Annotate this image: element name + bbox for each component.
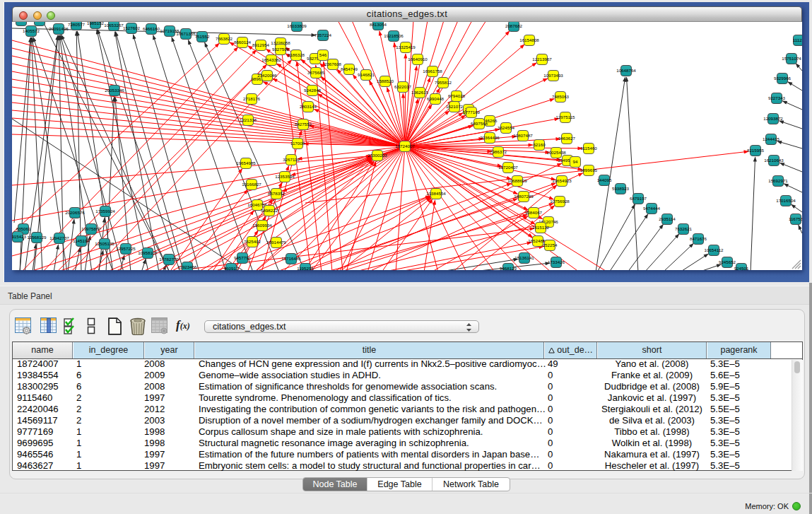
svg-text:7485063: 7485063 (552, 94, 570, 99)
svg-text:9463627: 9463627 (558, 136, 576, 141)
svg-text:116753: 116753 (789, 216, 802, 221)
svg-text:94: 94 (573, 159, 578, 164)
svg-text:5938923: 5938923 (612, 186, 630, 191)
svg-text:11123: 11123 (793, 37, 802, 42)
svg-text:10654112: 10654112 (704, 247, 724, 252)
svg-text:7625402: 7625402 (244, 239, 261, 244)
svg-text:9777169: 9777169 (463, 110, 481, 115)
svg-text:252254: 252254 (543, 243, 558, 247)
svg-text:9329966: 9329966 (774, 76, 792, 81)
svg-text:7955812: 7955812 (435, 80, 452, 85)
svg-text:19384554: 19384554 (426, 191, 446, 196)
svg-text:20206576: 20206576 (65, 210, 85, 215)
svg-text:6990448: 6990448 (427, 96, 445, 101)
svg-text:7632621: 7632621 (675, 226, 693, 231)
svg-text:12213967: 12213967 (532, 57, 552, 62)
svg-text:62160: 62160 (533, 142, 546, 147)
svg-text:18807249: 18807249 (514, 194, 534, 199)
svg-text:16210643: 16210643 (764, 158, 784, 163)
svg-text:19975867: 19975867 (81, 226, 101, 231)
svg-text:16671355: 16671355 (176, 31, 196, 36)
svg-text:11923466: 11923466 (177, 264, 197, 269)
svg-text:6879197: 6879197 (630, 196, 647, 201)
svg-text:8186328: 8186328 (288, 52, 305, 57)
svg-text:10807487: 10807487 (513, 133, 533, 138)
svg-text:16961758: 16961758 (423, 69, 442, 74)
svg-text:924501: 924501 (734, 266, 749, 270)
svg-text:23420046: 23420046 (257, 73, 277, 78)
svg-text:7357224: 7357224 (314, 33, 332, 37)
svg-text:8678352: 8678352 (268, 191, 286, 196)
svg-text:1733426: 1733426 (548, 259, 565, 264)
svg-text:2935114: 2935114 (659, 216, 676, 221)
svg-text:8427552: 8427552 (295, 122, 312, 127)
svg-text:17359924: 17359924 (95, 209, 115, 214)
svg-text:15692971: 15692971 (768, 178, 788, 183)
svg-text:1615132: 1615132 (532, 225, 550, 230)
svg-text:18724007: 18724007 (395, 144, 415, 148)
svg-text:19654985: 19654985 (236, 160, 256, 165)
svg-text:1405572: 1405572 (23, 28, 40, 33)
svg-text:117008: 117008 (290, 141, 305, 146)
svg-text:1985152: 1985152 (87, 22, 105, 25)
svg-text:23300203: 23300203 (367, 153, 387, 158)
svg-text:10648764: 10648764 (616, 68, 636, 73)
svg-text:835061: 835061 (16, 226, 31, 231)
svg-text:1621072: 1621072 (446, 104, 464, 109)
svg-text:16543382: 16543382 (261, 57, 281, 62)
svg-text:13325419: 13325419 (396, 45, 416, 49)
svg-text:8912954: 8912954 (252, 42, 270, 47)
svg-text:9146821: 9146821 (358, 72, 375, 77)
svg-text:1244415: 1244415 (763, 136, 780, 141)
svg-text:7280577: 7280577 (68, 22, 86, 27)
svg-text:9899695: 9899695 (580, 168, 598, 173)
svg-text:9327506: 9327506 (272, 47, 290, 52)
svg-text:12505135: 12505135 (95, 241, 114, 246)
svg-text:1195298: 1195298 (297, 266, 314, 270)
svg-text:8215955: 8215955 (747, 148, 765, 153)
svg-text:2367608: 2367608 (324, 62, 342, 66)
svg-text:1588520: 1588520 (377, 78, 394, 83)
svg-text:144095: 144095 (597, 177, 612, 182)
svg-text:19654923: 19654923 (552, 178, 572, 183)
svg-text:16914479: 16914479 (266, 240, 286, 245)
svg-text:10025438: 10025438 (546, 150, 566, 155)
svg-text:16033809: 16033809 (287, 23, 307, 28)
svg-text:3267110: 3267110 (283, 157, 300, 162)
svg-text:15136141: 15136141 (514, 255, 534, 260)
svg-text:751552: 751552 (195, 34, 210, 39)
svg-text:6466160: 6466160 (143, 26, 160, 31)
svg-text:12942737: 12942737 (49, 235, 69, 240)
svg-text:1362615: 1362615 (411, 90, 429, 95)
svg-text:16782759: 16782759 (159, 257, 179, 262)
svg-text:7986372: 7986372 (490, 149, 507, 154)
svg-text:20091406: 20091406 (49, 26, 69, 31)
svg-text:1145194: 1145194 (73, 238, 90, 243)
svg-text:9227343: 9227343 (768, 95, 786, 100)
svg-text:8813054: 8813054 (370, 22, 387, 27)
svg-text:6322037: 6322037 (394, 84, 412, 89)
svg-text:15609934: 15609934 (252, 223, 272, 228)
svg-text:2803144: 2803144 (300, 104, 317, 109)
svg-text:16640910: 16640910 (408, 57, 428, 62)
svg-text:3624554: 3624554 (498, 125, 515, 130)
svg-text:5498222: 5498222 (261, 208, 278, 213)
svg-text:9245652: 9245652 (719, 259, 736, 264)
svg-text:19218506: 19218506 (384, 33, 404, 38)
svg-text:460913: 460913 (224, 266, 239, 270)
svg-text:1221338: 1221338 (240, 117, 257, 122)
svg-text:10973493: 10973493 (543, 73, 563, 78)
svg-text:19166827: 19166827 (242, 182, 261, 187)
svg-text:9474444: 9474444 (643, 206, 661, 211)
svg-text:9242848: 9242848 (304, 88, 322, 93)
svg-text:15751074: 15751074 (782, 56, 801, 61)
svg-text:10688609: 10688609 (507, 178, 527, 183)
svg-text:3915423: 3915423 (12, 234, 27, 239)
svg-text:15716485: 15716485 (281, 256, 301, 261)
svg-text:8660124: 8660124 (234, 40, 252, 45)
svg-text:6794028: 6794028 (448, 93, 466, 98)
svg-text:20053346: 20053346 (105, 88, 124, 93)
svg-text:9457791: 9457791 (234, 255, 252, 260)
svg-text:9468129: 9468129 (500, 266, 517, 270)
svg-text:10756928: 10756928 (550, 199, 570, 204)
